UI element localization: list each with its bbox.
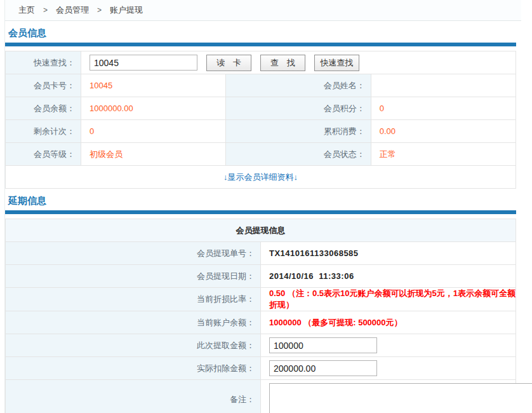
read-card-button[interactable]: 读 卡 xyxy=(206,55,251,71)
show-member-details-link[interactable]: ↓显示会员详细资料↓ xyxy=(223,172,298,182)
withdraw-table-title: 会员提现信息 xyxy=(6,219,516,242)
quick-search-button[interactable]: 快速查找 xyxy=(314,55,359,71)
member-info-section-title: 会员信息 xyxy=(8,27,516,39)
quick-search-label: 快速查找： xyxy=(6,51,81,74)
member-level-value: 初级会员 xyxy=(81,143,226,166)
total-consumption-value: 0.00 xyxy=(371,120,515,143)
breadcrumb-member-management[interactable]: 会员管理 xyxy=(56,4,89,16)
card-no-label: 会员卡号： xyxy=(6,74,81,97)
member-level-label: 会员等级： xyxy=(6,143,81,166)
member-info-table: 快速查找： 读 卡 查 找 快速查找 会员卡号： 10045 会员姓名： 会员余… xyxy=(5,51,516,189)
quick-search-row: 快速查找： 读 卡 查 找 快速查找 xyxy=(6,51,516,74)
member-status-label: 会员状态： xyxy=(226,143,371,166)
details-link-cell: ↓显示会员详细资料↓ xyxy=(6,166,516,189)
table-row: 此次提取金额： xyxy=(6,334,516,357)
withdraw-section-title: 延期信息 xyxy=(8,195,516,207)
quick-search-input[interactable] xyxy=(90,55,197,71)
table-row: 当前折损比率： 0.50 （注：0.5表示10元账户余额可以折现为5元，1表示余… xyxy=(6,288,516,311)
balance-value: 1000000.00 xyxy=(81,97,226,120)
remark-label: 备注： xyxy=(6,380,261,413)
breadcrumb-separator-icon: > xyxy=(43,6,48,15)
table-row: 会员卡号： 10045 会员姓名： xyxy=(6,74,516,97)
points-value: 0 xyxy=(371,97,515,120)
main-content: 会员信息 快速查找： 读 卡 查 找 快速查找 会员卡号： 10045 会员姓名… xyxy=(5,27,516,413)
breadcrumb-separator-icon: > xyxy=(97,6,102,15)
page-container: 主页 > 会员管理 > 账户提现 会员信息 快速查找： 读 卡 查 找 快速查找 xyxy=(4,0,528,413)
withdraw-date-label: 会员提现日期： xyxy=(6,265,261,288)
breadcrumb: 主页 > 会员管理 > 账户提现 xyxy=(5,0,521,21)
member-name-value xyxy=(371,74,515,97)
remark-row: 备注： ▲ ▼ xyxy=(6,380,516,413)
account-balance-value: 1000000 （最多可提现: 500000元） xyxy=(261,311,516,334)
remaining-times-value: 0 xyxy=(81,120,226,143)
withdraw-amount-cell xyxy=(261,334,516,357)
search-button[interactable]: 查 找 xyxy=(260,55,305,71)
withdraw-order-label: 会员提现单号： xyxy=(6,242,261,265)
deduct-amount-label: 实际扣除金额： xyxy=(6,357,261,380)
member-status-value: 正常 xyxy=(371,143,515,166)
breadcrumb-account-withdraw[interactable]: 账户提现 xyxy=(110,4,143,16)
remark-textarea[interactable] xyxy=(270,384,532,413)
points-label: 会员积分： xyxy=(226,97,371,120)
table-row: 剩余计次： 0 累积消费： 0.00 xyxy=(6,120,516,143)
withdraw-date-value: 2014/10/16 11:33:06 xyxy=(261,265,516,288)
quick-search-cell: 读 卡 查 找 快速查找 xyxy=(81,51,516,74)
remaining-times-label: 剩余计次： xyxy=(6,120,81,143)
table-row: 会员等级： 初级会员 会员状态： 正常 xyxy=(6,143,516,166)
table-row: 实际扣除金额： xyxy=(6,357,516,380)
breadcrumb-home[interactable]: 主页 xyxy=(18,4,35,16)
withdraw-order-value: TX1410161133068585 xyxy=(261,242,516,265)
member-info-section-bar xyxy=(5,43,516,46)
table-row: 会员余额： 1000000.00 会员积分： 0 xyxy=(6,97,516,120)
discount-ratio-value: 0.50 （注：0.5表示10元账户余额可以折现为5元，1表示余额可全额折现） xyxy=(261,288,516,311)
balance-label: 会员余额： xyxy=(6,97,81,120)
withdraw-table-header: 会员提现信息 xyxy=(6,219,516,242)
withdraw-amount-input[interactable] xyxy=(269,337,377,353)
deduct-amount-input[interactable] xyxy=(269,360,377,376)
table-row: 会员提现日期： 2014/10/16 11:33:06 xyxy=(6,265,516,288)
table-row: 会员提现单号： TX1410161133068585 xyxy=(6,242,516,265)
member-name-label: 会员姓名： xyxy=(226,74,371,97)
discount-ratio-label: 当前折损比率： xyxy=(6,288,261,311)
withdraw-section-bar xyxy=(5,210,516,214)
account-balance-label: 当前账户余额： xyxy=(6,311,261,334)
withdraw-table: 会员提现信息 会员提现单号： TX1410161133068585 会员提现日期… xyxy=(5,219,516,413)
card-no-value: 10045 xyxy=(81,74,226,97)
details-link-row: ↓显示会员详细资料↓ xyxy=(6,166,516,189)
total-consumption-label: 累积消费： xyxy=(226,120,371,143)
table-row: 当前账户余额： 1000000 （最多可提现: 500000元） xyxy=(6,311,516,334)
remark-cell: ▲ ▼ xyxy=(261,380,516,413)
withdraw-amount-label: 此次提取金额： xyxy=(6,334,261,357)
deduct-amount-cell xyxy=(261,357,516,380)
